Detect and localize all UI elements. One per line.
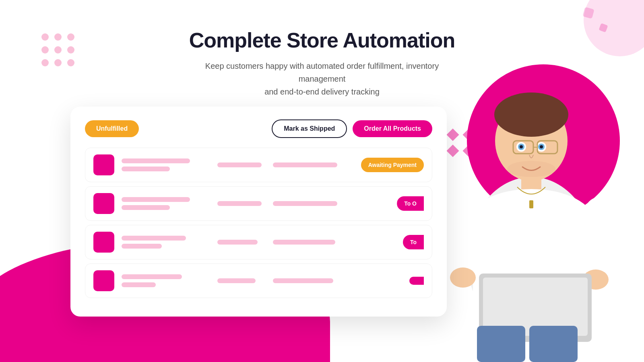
svg-point-11	[450, 267, 476, 288]
skeleton-line	[217, 240, 258, 245]
toolbar: Unfulfilled Mark as Shipped Order All Pr…	[85, 119, 432, 138]
table-row: To O	[85, 186, 432, 221]
skeleton-line	[273, 201, 337, 206]
skeleton-line	[122, 236, 186, 241]
status-badge	[409, 277, 424, 285]
order-info	[122, 274, 210, 287]
table-row: Awaiting Payment	[85, 148, 432, 182]
svg-rect-16	[529, 326, 578, 362]
order-col-1	[217, 201, 266, 206]
order-col-1	[217, 278, 266, 283]
skeleton-line	[273, 162, 337, 167]
order-info	[122, 197, 210, 210]
table-row: To	[85, 225, 432, 259]
skeleton-line	[122, 205, 170, 210]
order-thumbnail	[93, 193, 114, 214]
skeleton-line	[122, 274, 182, 279]
order-col-2	[273, 240, 345, 245]
svg-point-5	[494, 93, 568, 137]
svg-point-26	[507, 161, 555, 177]
skeleton-line	[273, 240, 335, 245]
status-badge: To O	[397, 196, 424, 211]
order-thumbnail	[93, 270, 114, 291]
skeleton-line	[122, 282, 156, 287]
skeleton-line	[122, 244, 162, 249]
order-col-2	[273, 201, 345, 206]
order-thumbnail	[93, 232, 114, 253]
svg-rect-15	[477, 326, 525, 362]
order-col-2	[273, 278, 345, 283]
skeleton-line	[273, 278, 333, 283]
order-col-1	[217, 240, 266, 245]
order-col-2	[273, 162, 345, 167]
status-badge: To	[403, 235, 424, 249]
order-all-button[interactable]: Order All Products	[353, 120, 432, 137]
order-info	[122, 158, 210, 171]
unfulfilled-button[interactable]: Unfulfilled	[85, 120, 139, 137]
order-thumbnail	[93, 154, 114, 175]
svg-point-22	[540, 145, 543, 148]
svg-point-21	[520, 145, 523, 148]
table-row	[85, 263, 432, 298]
order-info	[122, 236, 210, 249]
skeleton-line	[122, 197, 190, 202]
status-badge: Awaiting Payment	[361, 158, 424, 172]
mark-shipped-button[interactable]: Mark as Shipped	[272, 119, 347, 138]
skeleton-line	[122, 167, 170, 171]
skeleton-line	[217, 201, 262, 206]
svg-rect-27	[529, 200, 533, 208]
dashboard-card: Unfulfilled Mark as Shipped Order All Pr…	[70, 107, 447, 317]
skeleton-line	[217, 162, 262, 167]
skeleton-line	[122, 158, 190, 163]
skeleton-line	[217, 278, 256, 283]
order-col-1	[217, 162, 266, 167]
